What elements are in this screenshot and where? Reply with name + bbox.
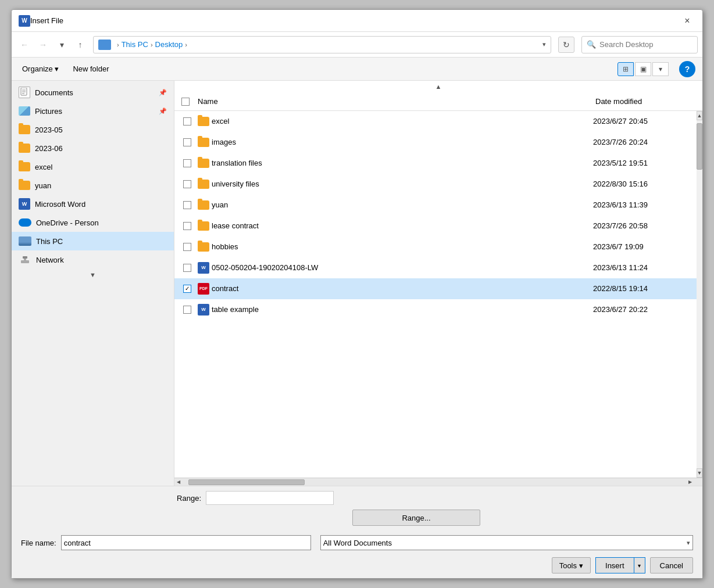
sidebar-item-onedrive[interactable]: OneDrive - Person: [12, 213, 174, 232]
insert-dropdown-button[interactable]: ▾: [634, 557, 645, 573]
row-check-table-example[interactable]: [179, 306, 195, 314]
file-date-table-example: 2023/6/27 20:22: [593, 305, 692, 314]
h-scroll-left[interactable]: ◀: [174, 478, 183, 486]
sidebar-item-this-pc[interactable]: This PC: [12, 232, 174, 250]
cancel-button[interactable]: Cancel: [650, 557, 693, 573]
breadcrumb-sep-1: ›: [117, 41, 119, 48]
file-type-dropdown[interactable]: All Word Documents ▾: [320, 535, 693, 550]
folder-icon-2023-06: [19, 144, 30, 153]
h-scroll-track[interactable]: [183, 478, 686, 486]
row-check-yuan[interactable]: [179, 201, 195, 209]
tools-button[interactable]: Tools ▾: [552, 557, 591, 573]
file-list-header: Name Date modified: [174, 92, 702, 111]
sidebar-item-pictures[interactable]: Pictures 📌: [12, 102, 174, 120]
file-type-value: All Word Documents: [323, 539, 687, 547]
sidebar-label-documents: Documents: [35, 88, 73, 97]
sidebar-item-yuan[interactable]: yuan: [12, 176, 174, 195]
scroll-up-arrow-btn[interactable]: ▲: [697, 111, 702, 120]
sidebar-item-microsoft-word[interactable]: W Microsoft Word: [12, 195, 174, 213]
breadcrumb-this-pc[interactable]: This PC: [122, 40, 148, 49]
sidebar-item-2023-05[interactable]: 2023-05: [12, 120, 174, 139]
sidebar-item-documents[interactable]: Documents 📌: [12, 83, 174, 102]
breadcrumb-dropdown-arrow[interactable]: ▾: [542, 41, 546, 48]
range-label: Range:: [172, 494, 201, 503]
row-check-university[interactable]: [179, 180, 195, 188]
range-btn-row: Range...: [201, 510, 693, 526]
word-icon-row-0502: W: [195, 262, 212, 274]
row-check-0502[interactable]: [179, 264, 195, 272]
table-row[interactable]: W 0502-050204-19020204108-LW 2023/6/13 1…: [174, 257, 697, 278]
file-list-area: ▲ Name Date modified: [174, 81, 702, 486]
row-check-contract[interactable]: ✓: [179, 285, 195, 293]
range-row: Range:: [172, 491, 693, 505]
table-row[interactable]: W table example 2023/6/27 20:22: [174, 299, 697, 320]
file-name-input[interactable]: [61, 535, 311, 550]
row-check-translation[interactable]: [179, 159, 195, 167]
panel-view-button[interactable]: ▣: [635, 62, 651, 76]
table-row[interactable]: university files 2022/8/30 15:16: [174, 174, 697, 195]
search-input[interactable]: [599, 40, 692, 49]
network-icon: [19, 256, 31, 264]
range-button[interactable]: Range...: [352, 510, 480, 526]
sidebar-item-2023-06[interactable]: 2023-06: [12, 139, 174, 157]
table-row[interactable]: translation files 2023/5/12 19:51: [174, 153, 697, 174]
checkbox-lease: [183, 222, 191, 230]
horizontal-scrollbar: ◀ ▶: [174, 478, 702, 486]
folder-icon-yuan: [19, 181, 30, 190]
bottom-section: Range: Range... File name: All Word Docu…: [12, 486, 702, 578]
recent-locations-button[interactable]: ▾: [53, 37, 70, 53]
h-scroll-right[interactable]: ▶: [686, 478, 694, 486]
file-name-table-example: table example: [212, 305, 593, 314]
sidebar-item-excel[interactable]: excel: [12, 157, 174, 176]
up-button[interactable]: ↑: [72, 37, 88, 53]
breadcrumb-desktop[interactable]: Desktop: [155, 40, 183, 49]
h-scroll-thumb[interactable]: [188, 479, 305, 485]
view-dropdown-button[interactable]: ▾: [652, 62, 669, 76]
scroll-thumb[interactable]: [697, 123, 702, 170]
breadcrumb-sep-2: ›: [151, 41, 153, 48]
tools-label: Tools: [559, 561, 577, 570]
table-row[interactable]: excel 2023/6/27 20:45: [174, 111, 697, 132]
refresh-button[interactable]: ↻: [558, 37, 574, 53]
col-header-name[interactable]: Name: [195, 92, 593, 110]
folder-icon-2023-05: [19, 125, 30, 134]
pin-icon-pictures: 📌: [159, 107, 167, 115]
checkbox-images: [183, 138, 191, 146]
table-row[interactable]: hobbies 2023/6/7 19:09: [174, 236, 697, 257]
forward-button[interactable]: →: [35, 37, 51, 53]
grid-view-button[interactable]: ⊞: [617, 62, 634, 76]
close-button[interactable]: ×: [679, 13, 695, 29]
folder-icon-row-excel: [195, 117, 212, 126]
sidebar-scroll-down[interactable]: ▼: [12, 269, 174, 281]
action-row: Tools ▾ Insert ▾ Cancel: [21, 557, 693, 573]
row-check-hobbies[interactable]: [179, 243, 195, 251]
checkbox-excel: [183, 117, 191, 126]
file-name-yuan: yuan: [212, 200, 593, 209]
checkbox-contract: ✓: [183, 285, 191, 293]
range-input[interactable]: [206, 491, 334, 505]
sidebar-label-2023-06: 2023-06: [35, 144, 63, 153]
scroll-track[interactable]: [697, 120, 702, 468]
organize-button[interactable]: Organize ▾: [19, 62, 62, 76]
table-row[interactable]: images 2023/7/26 20:24: [174, 132, 697, 153]
sidebar-item-network[interactable]: Network: [12, 250, 174, 269]
row-check-images[interactable]: [179, 138, 195, 146]
main-content: Documents 📌 Pictures 📌 2023-05 2023-06: [12, 81, 702, 486]
row-check-lease[interactable]: [179, 222, 195, 230]
table-row[interactable]: yuan 2023/6/13 11:39: [174, 195, 697, 216]
new-folder-button[interactable]: New folder: [69, 62, 112, 76]
insert-button[interactable]: Insert: [595, 557, 634, 573]
scroll-up-button[interactable]: ▲: [174, 81, 702, 92]
back-button[interactable]: ←: [16, 37, 33, 53]
row-check-excel[interactable]: [179, 117, 195, 126]
file-type-dropdown-arrow: ▾: [687, 539, 690, 547]
help-button[interactable]: ?: [679, 61, 695, 77]
select-all-checkbox[interactable]: [179, 92, 195, 110]
table-row[interactable]: ✓ PDF contract 2022/8/15 19:14: [174, 278, 697, 299]
onedrive-icon: [19, 218, 31, 227]
scroll-down-arrow-btn[interactable]: ▼: [697, 468, 702, 478]
file-name-label: File name:: [21, 539, 56, 547]
col-header-date[interactable]: Date modified: [593, 92, 692, 110]
table-row[interactable]: lease contract 2023/7/26 20:58: [174, 216, 697, 236]
file-date-university: 2022/8/30 15:16: [593, 180, 692, 188]
